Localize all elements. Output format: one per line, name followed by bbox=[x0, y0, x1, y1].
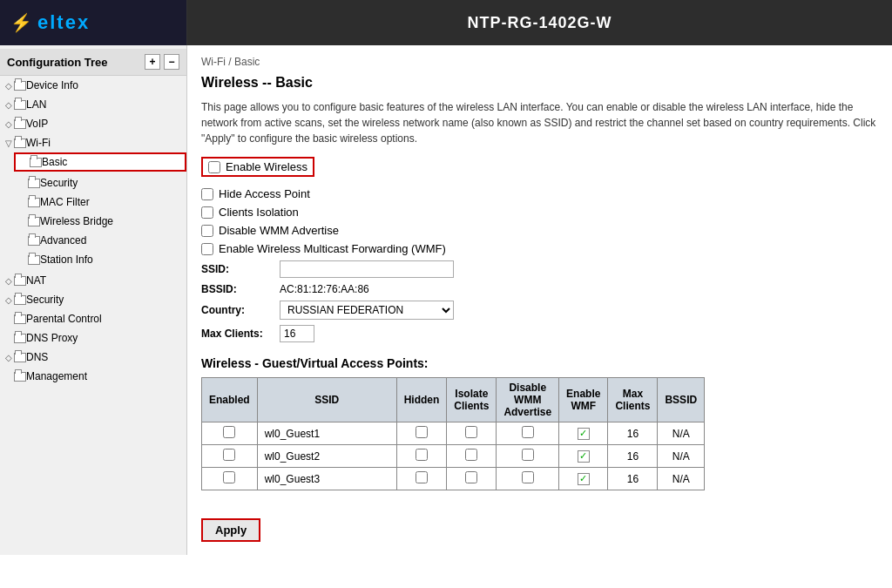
sidebar: Configuration Tree + − ◇ Device Info ◇ L… bbox=[0, 45, 187, 555]
bssid-label: BSSID: bbox=[201, 283, 280, 295]
row3-hidden-checkbox[interactable] bbox=[416, 471, 428, 483]
col-bssid: BSSID bbox=[658, 378, 705, 422]
row2-bssid: N/A bbox=[658, 445, 705, 468]
sidebar-item-voip[interactable]: ◇ VoIP bbox=[0, 116, 186, 132]
logo-icon: ⚡ bbox=[10, 12, 32, 33]
sidebar-item-basic[interactable]: Basic bbox=[14, 152, 186, 172]
row3-max-clients: 16 bbox=[608, 468, 658, 490]
row2-hidden-checkbox[interactable] bbox=[416, 449, 428, 461]
sidebar-item-label: VoIP bbox=[26, 118, 48, 130]
sidebar-item-label: Management bbox=[26, 370, 87, 382]
row1-ssid: wl0_Guest1 bbox=[257, 422, 396, 445]
disable-wmm-checkbox[interactable] bbox=[201, 225, 213, 237]
expand-icon: ◇ bbox=[3, 100, 14, 110]
sidebar-item-label: Security bbox=[26, 294, 64, 306]
expand-icon: ◇ bbox=[3, 81, 14, 91]
sidebar-item-label: DNS Proxy bbox=[26, 332, 78, 344]
sidebar-item-wireless-bridge[interactable]: Wireless Bridge bbox=[14, 213, 186, 229]
sidebar-item-nat[interactable]: ◇ NAT bbox=[0, 273, 186, 288]
folder-icon bbox=[14, 372, 26, 382]
guest-ap-table: Enabled SSID Hidden IsolateClients Disab… bbox=[201, 377, 705, 490]
folder-icon bbox=[30, 158, 42, 167]
row1-disable-wmm-checkbox[interactable] bbox=[522, 426, 534, 438]
folder-icon bbox=[14, 295, 26, 305]
folder-icon bbox=[14, 139, 26, 148]
sidebar-item-device-info[interactable]: ◇ Device Info bbox=[0, 78, 186, 93]
row1-enabled-checkbox[interactable] bbox=[223, 426, 235, 438]
folder-icon bbox=[28, 217, 40, 226]
sidebar-item-wifi[interactable]: ▽ Wi-Fi bbox=[0, 135, 186, 151]
sidebar-item-security2[interactable]: ◇ Security bbox=[0, 292, 186, 308]
main-content: Wi-Fi / Basic Wireless -- Basic This pag… bbox=[187, 45, 892, 555]
col-enabled: Enabled bbox=[202, 378, 258, 422]
row3-disable-wmm-checkbox[interactable] bbox=[522, 471, 534, 483]
enable-wireless-checkbox[interactable] bbox=[208, 161, 220, 173]
folder-icon bbox=[14, 100, 26, 110]
row2-enabled-checkbox[interactable] bbox=[223, 449, 235, 461]
sidebar-item-security[interactable]: Security bbox=[14, 175, 186, 191]
expand-icon: ◇ bbox=[3, 119, 14, 129]
col-disable-wmm: DisableWMMAdvertise bbox=[497, 378, 559, 422]
row2-max-clients: 16 bbox=[608, 445, 658, 468]
folder-icon bbox=[14, 81, 26, 91]
enable-wmf-label: Enable Wireless Multicast Forwarding (WM… bbox=[219, 242, 446, 255]
sidebar-item-label: Advanced bbox=[40, 234, 86, 247]
sidebar-remove-button[interactable]: − bbox=[164, 54, 179, 70]
expand-icon: ▽ bbox=[3, 139, 14, 148]
folder-icon bbox=[28, 198, 40, 207]
sidebar-item-label: Wireless Bridge bbox=[40, 215, 113, 227]
sidebar-add-button[interactable]: + bbox=[145, 54, 160, 70]
col-ssid: SSID bbox=[257, 378, 396, 422]
row1-isolate-checkbox[interactable] bbox=[465, 426, 477, 438]
sidebar-item-label: Parental Control bbox=[26, 313, 102, 325]
sidebar-item-label: MAC Filter bbox=[40, 196, 90, 208]
clients-isolation-checkbox[interactable] bbox=[201, 206, 213, 219]
col-max-clients: MaxClients bbox=[608, 378, 658, 422]
sidebar-item-label: Device Info bbox=[26, 79, 78, 91]
ssid-label: SSID: bbox=[201, 263, 280, 275]
page-header-title: NTP-RG-1402G-W bbox=[467, 14, 612, 32]
expand-icon: ◇ bbox=[3, 276, 14, 286]
folder-icon bbox=[14, 276, 26, 286]
sidebar-item-advanced[interactable]: Advanced bbox=[14, 233, 186, 248]
sidebar-item-station-info[interactable]: Station Info bbox=[14, 252, 186, 267]
apply-button[interactable]: Apply bbox=[201, 518, 260, 542]
row3-bssid: N/A bbox=[658, 468, 705, 490]
max-clients-label: Max Clients: bbox=[201, 328, 280, 340]
sidebar-item-dns[interactable]: ◇ DNS bbox=[0, 349, 186, 365]
folder-icon bbox=[14, 334, 26, 343]
col-enable-wmf: EnableWMF bbox=[559, 378, 608, 422]
row3-isolate-checkbox[interactable] bbox=[465, 471, 477, 483]
country-select[interactable]: RUSSIAN FEDERATION bbox=[280, 301, 454, 320]
sidebar-item-parental-control[interactable]: Parental Control bbox=[0, 311, 186, 327]
breadcrumb: Wi-Fi / Basic bbox=[201, 56, 878, 68]
folder-icon bbox=[28, 179, 40, 188]
row1-hidden-checkbox[interactable] bbox=[416, 426, 428, 438]
sidebar-item-label: NAT bbox=[26, 274, 46, 287]
folder-icon bbox=[28, 236, 40, 246]
page-description: This page allows you to configure basic … bbox=[201, 99, 878, 146]
row2-disable-wmm-checkbox[interactable] bbox=[522, 449, 534, 461]
table-row: wl0_Guest2 ✓ 16 N/A bbox=[202, 445, 705, 468]
sidebar-item-label: Wi-Fi bbox=[26, 137, 51, 149]
sidebar-item-label: Station Info bbox=[40, 253, 93, 266]
enable-wireless-label[interactable]: Enable Wireless bbox=[201, 157, 314, 177]
sidebar-item-dns-proxy[interactable]: DNS Proxy bbox=[0, 330, 186, 346]
row3-enable-wmf-checked: ✓ bbox=[578, 473, 590, 485]
max-clients-input[interactable] bbox=[280, 325, 314, 342]
sidebar-item-label: Security bbox=[40, 177, 78, 189]
row1-bssid: N/A bbox=[658, 422, 705, 445]
hide-ap-checkbox[interactable] bbox=[201, 188, 213, 200]
expand-icon: ◇ bbox=[3, 353, 14, 362]
expand-icon: ◇ bbox=[3, 295, 14, 305]
enable-wmf-checkbox[interactable] bbox=[201, 243, 213, 255]
sidebar-item-label: Basic bbox=[42, 156, 67, 168]
sidebar-item-management[interactable]: Management bbox=[0, 368, 186, 384]
row3-enabled-checkbox[interactable] bbox=[223, 471, 235, 483]
folder-icon bbox=[28, 255, 40, 265]
row2-isolate-checkbox[interactable] bbox=[465, 449, 477, 461]
table-row: wl0_Guest1 ✓ 16 N/A bbox=[202, 422, 705, 445]
sidebar-item-mac-filter[interactable]: MAC Filter bbox=[14, 194, 186, 210]
ssid-input[interactable] bbox=[280, 260, 454, 278]
sidebar-item-lan[interactable]: ◇ LAN bbox=[0, 97, 186, 112]
